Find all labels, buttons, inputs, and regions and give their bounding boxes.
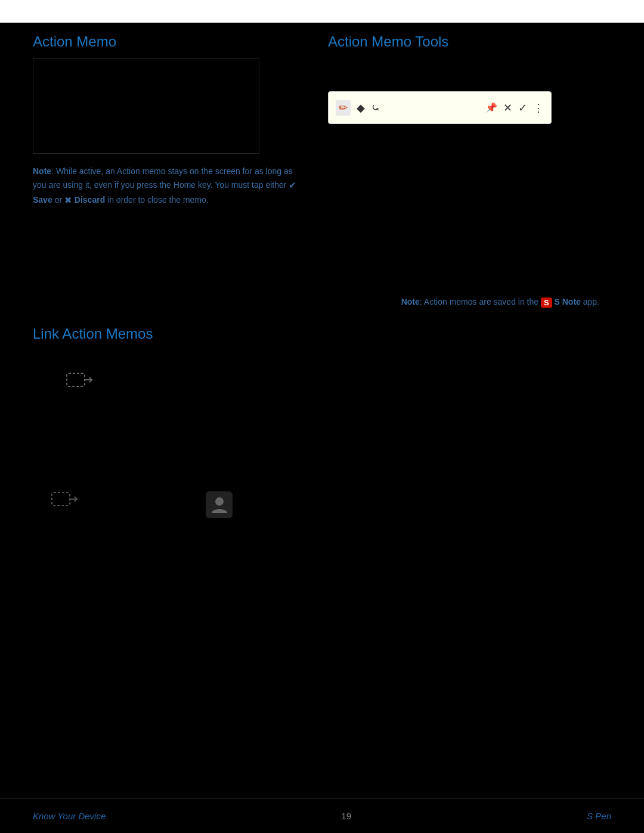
top-section: Action Memo Note: While active, an Actio… <box>33 33 611 308</box>
tools-screenshot-area: ✏ ◆ ⤿ 📌 ✕ ✓ ⋮ <box>328 58 555 154</box>
lasso-select-icon-1 <box>66 372 95 396</box>
link-action-memos-section: Link Action Memos <box>33 326 611 563</box>
action-memo-title: Action Memo <box>33 33 304 50</box>
main-content: Action Memo Note: While active, an Actio… <box>0 23 644 797</box>
note-or: or <box>55 195 62 205</box>
footer-page-number: 19 <box>106 811 587 821</box>
footer-right-text: S Pen <box>587 811 611 821</box>
snote-badge: S <box>541 298 552 308</box>
link-image-left-2 <box>33 485 322 563</box>
discard-x-icon: ✖ <box>64 193 72 208</box>
link-image-right-2 <box>322 485 611 563</box>
action-memo-tools-column: Action Memo Tools ✏ ◆ ⤿ 📌 ✕ ✓ ⋮ <box>322 33 611 308</box>
snote-body: Action memos are saved in the <box>424 297 538 306</box>
svg-rect-0 <box>67 373 85 386</box>
action-memo-tools-title: Action Memo Tools <box>328 33 611 50</box>
note-colon: : <box>51 166 56 176</box>
more-options-icon[interactable]: ⋮ <box>533 101 544 114</box>
save-label: Save <box>33 195 52 205</box>
snote-colon: : <box>420 297 424 306</box>
svg-rect-1 <box>52 493 70 506</box>
note-body-1: While active, an Action memo stays on th… <box>33 166 293 190</box>
save-check-icon[interactable]: ✓ <box>518 101 527 114</box>
link-action-memos-title: Link Action Memos <box>33 326 611 342</box>
contact-icon-area <box>206 491 233 518</box>
link-images-row-2 <box>33 485 611 563</box>
snote-app-name: S Note <box>555 297 581 306</box>
footer: Know Your Device 19 S Pen <box>0 798 644 833</box>
action-memo-column: Action Memo Note: While active, an Actio… <box>33 33 322 308</box>
snote-suffix: app. <box>583 297 599 306</box>
close-x-icon[interactable]: ✕ <box>503 101 512 114</box>
lasso-tool-icon[interactable]: ⤿ <box>371 101 380 114</box>
pencil-icon[interactable]: ✏ <box>336 100 351 116</box>
footer-left-text: Know Your Device <box>33 811 106 821</box>
link-image-right-1 <box>322 354 611 473</box>
page: Action Memo Note: While active, an Actio… <box>0 0 644 833</box>
snote-note-label: Note <box>401 297 420 306</box>
svg-point-2 <box>215 497 224 506</box>
discard-label: Discard <box>75 195 105 205</box>
save-checkmark-icon: ✔ <box>289 178 296 193</box>
lasso-select-icon-2 <box>51 491 79 518</box>
header-bar <box>0 0 644 23</box>
eraser-icon[interactable]: ◆ <box>357 101 365 114</box>
pin-icon[interactable]: 📌 <box>485 102 497 113</box>
action-memo-note: Note: While active, an Action memo stays… <box>33 165 304 208</box>
action-memo-toolbar: ✏ ◆ ⤿ 📌 ✕ ✓ ⋮ <box>328 91 552 124</box>
link-image-left-1 <box>33 354 322 473</box>
link-images-row-1 <box>33 354 611 473</box>
contact-icon <box>206 491 233 518</box>
note-label: Note <box>33 166 51 176</box>
action-memo-screenshot <box>33 58 259 154</box>
snote-note-area: Note: Action memos are saved in the S S … <box>328 297 611 308</box>
note-body-3: in order to close the memo. <box>107 195 209 205</box>
